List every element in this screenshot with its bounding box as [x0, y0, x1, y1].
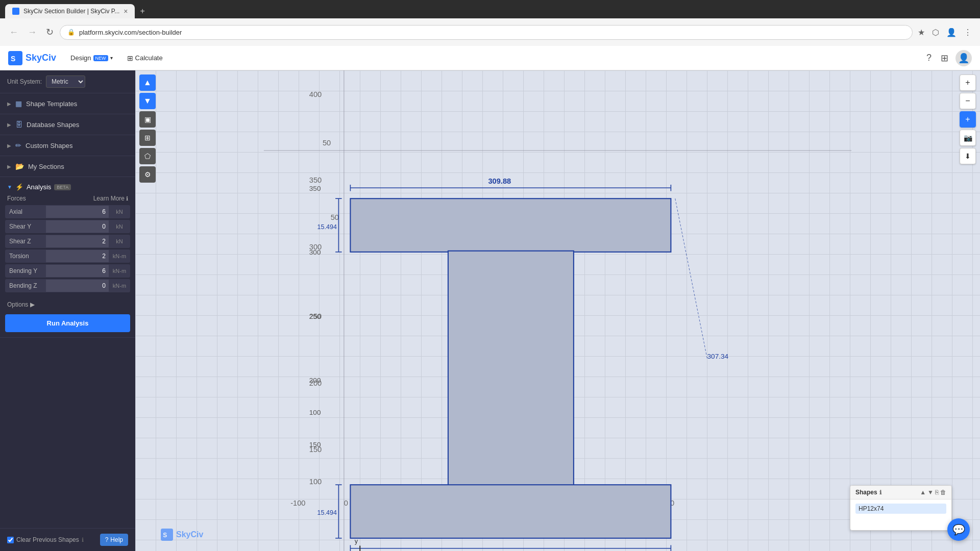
design-dropdown-icon: ▾ [110, 55, 113, 61]
svg-text:y: y [355, 538, 358, 545]
profile-button[interactable]: 👤 [944, 26, 959, 39]
fit-view-button[interactable]: + [960, 111, 976, 128]
grid-tool-button[interactable]: ⊞ [139, 130, 156, 146]
shear-z-label: Shear Z [5, 235, 46, 248]
unit-system-select[interactable]: Metric Imperial [46, 76, 85, 88]
torsion-input[interactable] [46, 250, 109, 262]
active-tab[interactable]: SkyCiv Section Builder | SkyCiv P... × [5, 4, 135, 18]
help-label: Help [110, 536, 123, 543]
shapes-copy-button[interactable]: ⎘ [935, 489, 939, 496]
bending-y-unit: kN-m [109, 265, 130, 277]
shear-z-input[interactable] [46, 235, 109, 247]
shear-y-input[interactable] [46, 220, 109, 233]
shapes-up-button[interactable]: ▲ [920, 489, 926, 496]
app-logo: S SkyCiv [8, 51, 56, 65]
sidebar-item-database-shapes: ▶ 🗄 Database Shapes [0, 114, 135, 135]
shapes-delete-button[interactable]: 🗑 [940, 489, 946, 496]
forces-section: Forces Learn More ℹ Axial kN [0, 195, 135, 297]
database-shapes-header[interactable]: ▶ 🗄 Database Shapes [0, 114, 135, 135]
axial-label: Axial [5, 205, 46, 218]
forward-button[interactable]: → [24, 25, 40, 40]
chat-button[interactable]: 💬 [947, 518, 970, 541]
menu-button[interactable]: ⋮ [962, 26, 974, 39]
address-bar[interactable]: 🔒 platform.skyciv.com/section-builder [60, 25, 913, 40]
pan-up-button[interactable]: ▲ [139, 74, 156, 91]
beta-badge: BETA [54, 184, 71, 190]
select-tool-button[interactable]: ▣ [139, 111, 156, 128]
chevron-right-icon: ▶ [7, 101, 11, 107]
clear-shapes-info-icon: ℹ [82, 537, 84, 543]
skyciv-logo-icon: S [8, 51, 22, 65]
svg-text:200: 200 [309, 377, 321, 384]
browser-chrome: SkyCiv Section Builder | SkyCiv P... × +… [0, 0, 980, 46]
refresh-button[interactable]: ↻ [43, 24, 57, 40]
zoom-out-button[interactable]: − [960, 93, 976, 109]
svg-text:15.494: 15.494 [317, 509, 337, 516]
sidebar-item-shape-templates: ▶ ▦ Shape Templates [0, 93, 135, 114]
svg-rect-27 [350, 485, 671, 538]
pan-down-button[interactable]: ▼ [139, 93, 156, 109]
force-row-shear-z: Shear Z kN [5, 235, 130, 248]
zoom-in-button[interactable]: + [960, 74, 976, 91]
new-tab-button[interactable]: + [136, 4, 149, 18]
svg-text:350: 350 [309, 176, 322, 184]
calculate-icon: ⊞ [127, 54, 133, 62]
header-nav: Design NEW ▾ ⊞ Calculate [64, 51, 169, 65]
svg-text:-100: -100 [290, 499, 305, 507]
apps-icon-button[interactable]: ⊞ [939, 51, 950, 66]
shape-item-hp12x74[interactable]: HP12x74 [855, 504, 946, 514]
my-sections-label: My Sections [28, 163, 64, 170]
svg-rect-25 [350, 198, 671, 252]
tab-favicon [12, 8, 19, 15]
account-icon-button[interactable]: 👤 [955, 50, 972, 66]
shape-templates-header[interactable]: ▶ ▦ Shape Templates [0, 93, 135, 114]
design-nav-button[interactable]: Design NEW ▾ [64, 51, 118, 65]
calculate-nav-button[interactable]: ⊞ Calculate [121, 51, 169, 65]
shapes-down-button[interactable]: ▼ [927, 489, 934, 496]
back-button[interactable]: ← [6, 25, 21, 40]
database-shapes-icon: 🗄 [15, 120, 22, 129]
options-row[interactable]: Options ▶ [0, 297, 135, 312]
axial-input[interactable] [46, 206, 109, 218]
run-analysis-button[interactable]: Run Analysis [5, 314, 130, 332]
shear-z-unit: kN [109, 236, 130, 247]
unit-system-label: Unit System: [7, 78, 42, 85]
extension-button[interactable]: ⬡ [930, 26, 941, 39]
sidebar-item-analysis: ▼ ⚡ Analysis BETA Forces Learn More ℹ [0, 177, 135, 338]
help-icon-button[interactable]: ? [924, 51, 934, 65]
bending-y-input[interactable] [46, 265, 109, 277]
learn-more-link[interactable]: Learn More ℹ [93, 195, 128, 202]
analysis-header[interactable]: ▼ ⚡ Analysis BETA [0, 177, 135, 195]
my-sections-header[interactable]: ▶ 📂 My Sections [0, 156, 135, 177]
bending-z-label: Bending Z [5, 279, 46, 292]
chevron-right-sections-icon: ▶ [7, 164, 11, 169]
download-button[interactable]: ⬇ [960, 148, 976, 164]
bending-z-unit: kN-m [109, 280, 130, 291]
app-header: S SkyCiv Design NEW ▾ ⊞ Calculate ? ⊞ 👤 [0, 46, 980, 70]
svg-text:15.494: 15.494 [317, 223, 337, 231]
clear-shapes-label[interactable]: Clear Previous Shapes ℹ [7, 536, 84, 543]
section-canvas[interactable]: -100 0 100 200 300 400 400 350 300 250 2… [135, 70, 980, 551]
help-icon: ? [105, 536, 109, 543]
calculate-label: Calculate [135, 54, 163, 62]
clear-shapes-checkbox[interactable] [7, 537, 14, 543]
screenshot-button[interactable]: 📷 [960, 130, 976, 146]
custom-shapes-header[interactable]: ▶ ✏ Custom Shapes [0, 135, 135, 156]
bookmark-button[interactable]: ★ [916, 26, 927, 39]
help-button[interactable]: ? Help [100, 534, 128, 546]
settings-tool-button[interactable]: ⚙ [139, 166, 156, 183]
polygon-tool-button[interactable]: ⬠ [139, 148, 156, 164]
chevron-down-analysis-icon: ▼ [7, 184, 12, 190]
shape-item-label: HP12x74 [859, 505, 884, 512]
browser-nav: ← → ↻ 🔒 platform.skyciv.com/section-buil… [0, 18, 980, 46]
svg-text:150: 150 [309, 441, 321, 448]
shape-templates-icon: ▦ [15, 99, 22, 108]
tab-close[interactable]: × [124, 7, 128, 15]
bending-z-input[interactable] [46, 280, 109, 292]
shapes-panel-title: Shapes ℹ [855, 489, 881, 496]
svg-text:250: 250 [309, 313, 321, 320]
canvas-watermark: S SkyCiv [161, 529, 203, 541]
canvas-toolbar-right: + − + 📷 ⬇ [960, 74, 976, 164]
shear-y-label: Shear Y [5, 220, 46, 233]
sidebar: Unit System: Metric Imperial ▶ ▦ Shape T… [0, 70, 135, 551]
